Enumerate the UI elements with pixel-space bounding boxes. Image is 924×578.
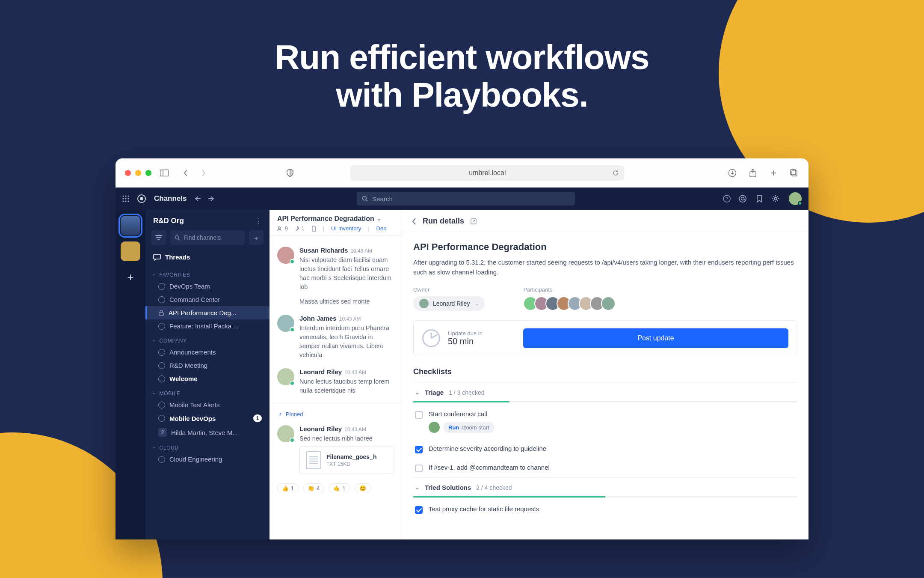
file-meta: TXT 15KB: [326, 461, 377, 467]
owner-select[interactable]: Leonard Riley ⌄: [413, 296, 485, 311]
message-author[interactable]: Leonard Riley: [299, 425, 342, 432]
tabs-icon[interactable]: [789, 168, 799, 178]
org-name[interactable]: R&D Org: [153, 217, 184, 225]
file-icon[interactable]: [311, 226, 316, 232]
message-avatar[interactable]: [277, 247, 294, 264]
reaction-chip[interactable]: 👏4: [303, 483, 324, 493]
channel-item[interactable]: Cloud Engineering: [145, 453, 270, 466]
channel-item[interactable]: API Performance Deg...: [145, 306, 270, 319]
threads-item[interactable]: Threads: [145, 250, 270, 264]
reaction-chip[interactable]: 😊: [355, 483, 371, 493]
message-avatar[interactable]: [277, 425, 294, 442]
participants-list[interactable]: [523, 296, 616, 311]
pins-count[interactable]: 1: [295, 225, 305, 232]
global-search-input[interactable]: Search: [357, 192, 575, 206]
app-header: Channels Search ?: [116, 188, 808, 210]
checklist-text: Determine severity according to guidelin…: [429, 445, 546, 452]
file-attachment[interactable]: Filename_goes_hTXT 15KB: [299, 447, 394, 474]
downloads-icon[interactable]: [727, 168, 737, 178]
checkbox[interactable]: [415, 465, 423, 472]
section-mobile[interactable]: MOBILE: [145, 385, 270, 398]
org-menu-icon[interactable]: ⋮: [255, 217, 262, 225]
checklists-heading: Checklists: [413, 367, 797, 376]
nav-back-button[interactable]: [181, 168, 191, 178]
channel-item[interactable]: Feature: Install Packa ...: [145, 319, 270, 333]
popout-icon[interactable]: [470, 218, 477, 225]
maximize-window-button[interactable]: [145, 170, 151, 176]
message-time: 10:43 AM: [350, 248, 372, 254]
channel-item[interactable]: Welcome: [145, 372, 270, 385]
message-time: 10:43 AM: [344, 426, 366, 432]
checkbox[interactable]: [415, 506, 423, 514]
server-tile-1[interactable]: [121, 216, 140, 235]
message-author[interactable]: John James: [299, 315, 337, 322]
file-name: Filename_goes_h: [326, 453, 377, 460]
participant-avatar[interactable]: [601, 296, 616, 311]
pinned-divider: Pinned: [270, 403, 402, 421]
search-placeholder: Search: [372, 195, 393, 203]
history-back-button[interactable]: [195, 196, 201, 202]
svg-point-10: [125, 198, 126, 199]
section-company[interactable]: COMPANY: [145, 333, 270, 346]
saved-icon[interactable]: [756, 195, 762, 203]
apps-grid-icon[interactable]: [122, 195, 129, 202]
channel-name: Announcements: [169, 349, 216, 356]
app-logo-icon[interactable]: [137, 194, 146, 203]
minimize-window-button[interactable]: [135, 170, 141, 176]
url-input[interactable]: umbrel.local: [350, 165, 624, 181]
globe-icon: [158, 456, 165, 463]
sidebar-toggle-icon[interactable]: [159, 168, 169, 178]
settings-icon[interactable]: [772, 195, 779, 203]
checkbox[interactable]: [415, 411, 423, 419]
chevron-down-icon[interactable]: ⌄: [377, 216, 381, 222]
globe-icon: [158, 283, 165, 290]
add-server-button[interactable]: +: [121, 267, 140, 287]
user-avatar[interactable]: [789, 192, 802, 205]
channel-item[interactable]: Mobile DevOps1: [145, 411, 270, 425]
server-tile-2[interactable]: [121, 241, 140, 261]
refresh-icon[interactable]: [612, 170, 619, 176]
close-window-button[interactable]: [125, 170, 131, 176]
find-channels-input[interactable]: Find channels: [170, 230, 245, 245]
checklist-header[interactable]: ⌄Tried Solutions2 / 4 checked: [413, 478, 797, 496]
nav-forward-button[interactable]: [198, 168, 209, 178]
channel-item[interactable]: Announcements: [145, 346, 270, 359]
message-author[interactable]: Leonard Riley: [299, 368, 342, 375]
header-link-1[interactable]: UI Inventory: [331, 225, 361, 232]
reaction-chip[interactable]: 👍1: [277, 483, 299, 493]
new-tab-icon[interactable]: [768, 168, 779, 178]
assignee-avatar[interactable]: [429, 422, 440, 433]
section-cloud[interactable]: CLOUD: [145, 440, 270, 453]
message-author[interactable]: Susan Richards: [299, 247, 348, 254]
channel-item[interactable]: Mobile Test Alerts: [145, 398, 270, 411]
run-command-chip[interactable]: Run/zoom start: [443, 422, 495, 433]
filter-button[interactable]: [151, 230, 166, 245]
progress-bar: [413, 496, 797, 498]
threads-label: Threads: [165, 253, 190, 261]
message-avatar[interactable]: [277, 315, 294, 332]
threads-icon: [153, 254, 161, 261]
reaction-emoji: 👏: [308, 485, 314, 492]
channel-item[interactable]: Command Center: [145, 293, 270, 306]
channel-item[interactable]: DevOps Team: [145, 280, 270, 293]
share-icon[interactable]: [748, 168, 758, 178]
checkbox[interactable]: [415, 446, 423, 453]
channel-item[interactable]: R&D Meeting: [145, 359, 270, 372]
mentions-icon[interactable]: [738, 194, 747, 203]
status-online-icon: [290, 327, 295, 332]
message-body: Massa ultrices sed monte: [299, 297, 370, 306]
shield-icon[interactable]: [285, 168, 295, 178]
add-channel-button[interactable]: +: [249, 230, 264, 245]
help-icon[interactable]: ?: [723, 195, 731, 203]
panel-back-button[interactable]: [412, 217, 417, 225]
channel-title[interactable]: API Performance Degradation: [277, 215, 374, 223]
members-count[interactable]: 9: [277, 225, 288, 232]
reaction-chip[interactable]: 🤙1: [329, 483, 350, 493]
checklist-header[interactable]: ⌄Triage1 / 3 checked: [413, 383, 797, 401]
section-favorites[interactable]: FAVORITES: [145, 267, 270, 280]
header-link-2[interactable]: Des: [376, 225, 386, 232]
channel-item[interactable]: 2Hilda Martin, Steve M...: [145, 425, 270, 440]
post-update-button[interactable]: Post update: [523, 328, 788, 348]
message-avatar[interactable]: [277, 368, 294, 385]
history-forward-button[interactable]: [207, 196, 214, 202]
